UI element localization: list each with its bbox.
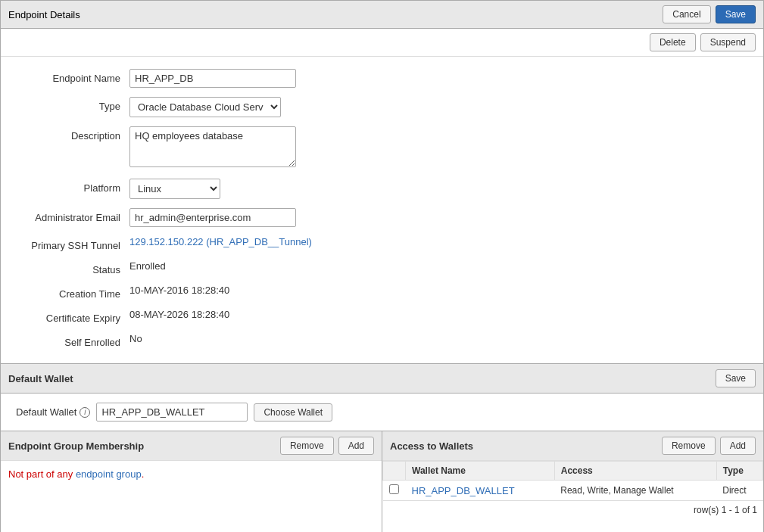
endpoint-group-empty-text: Not part of any endpoint group. [8, 469, 144, 480]
wallet-name-link[interactable]: HR_APP_DB_WALLET [412, 485, 515, 496]
access-wallets-add-button[interactable]: Add [720, 437, 756, 455]
wallet-save-button[interactable]: Save [716, 369, 756, 387]
access-wallets-section-title: Access to Wallets [390, 440, 473, 452]
admin-email-input[interactable] [129, 208, 296, 227]
table-row: HR_APP_DB_WALLET Read, Write, Manage Wal… [383, 481, 763, 501]
row-checkbox[interactable] [389, 484, 399, 494]
table-checkbox-header [383, 462, 406, 481]
wallet-input[interactable] [96, 403, 248, 422]
endpoint-group-add-button[interactable]: Add [338, 437, 374, 455]
access-wallets-remove-button[interactable]: Remove [662, 437, 716, 455]
description-textarea[interactable]: HQ employees database [129, 126, 296, 167]
endpoint-name-label: Endpoint Name [16, 69, 129, 84]
delete-button[interactable]: Delete [650, 33, 696, 51]
status-label: Status [16, 260, 129, 275]
row-count: row(s) 1 - 1 of 1 [382, 501, 763, 519]
wallet-label: Default Wallet i [16, 406, 90, 418]
ssh-tunnel-value: 129.152.150.222 (HR_APP_DB__Tunnel) [129, 232, 312, 247]
ssh-tunnel-label: Primary SSH Tunnel [16, 236, 129, 251]
status-value: Enrolled [129, 257, 166, 272]
dialog-title: Endpoint Details [8, 9, 80, 20]
self-enrolled-label: Self Enrolled [16, 333, 129, 348]
save-button[interactable]: Save [716, 5, 756, 23]
endpoint-group-section-title: Endpoint Group Membership [8, 440, 144, 452]
col-wallet-name: Wallet Name [406, 462, 555, 481]
platform-select[interactable]: Linux Windows [129, 179, 220, 199]
cert-expiry-label: Certificate Expiry [16, 309, 129, 324]
default-wallet-section-title: Default Wallet [8, 373, 73, 384]
cancel-button[interactable]: Cancel [663, 5, 710, 23]
type-select[interactable]: Oracle Database Cloud Service [129, 97, 281, 117]
col-type: Type [716, 462, 762, 481]
admin-email-label: Administrator Email [16, 208, 129, 223]
suspend-button[interactable]: Suspend [700, 33, 756, 51]
info-icon[interactable]: i [80, 407, 90, 418]
creation-time-value: 10-MAY-2016 18:28:40 [129, 281, 229, 296]
cert-expiry-value: 08-MAY-2026 18:28:40 [129, 305, 229, 320]
platform-label: Platform [16, 179, 129, 194]
col-access: Access [554, 462, 716, 481]
creation-time-label: Creation Time [16, 285, 129, 300]
endpoint-group-link[interactable]: endpoint group [76, 468, 142, 480]
endpoint-group-remove-button[interactable]: Remove [280, 437, 334, 455]
self-enrolled-value: No [129, 329, 142, 344]
choose-wallet-button[interactable]: Choose Wallet [254, 403, 332, 422]
endpoint-name-input[interactable] [129, 69, 296, 88]
access-value: Read, Write, Manage Wallet [554, 481, 716, 501]
type-label: Type [16, 97, 129, 112]
description-label: Description [16, 126, 129, 142]
type-value: Direct [716, 481, 762, 501]
